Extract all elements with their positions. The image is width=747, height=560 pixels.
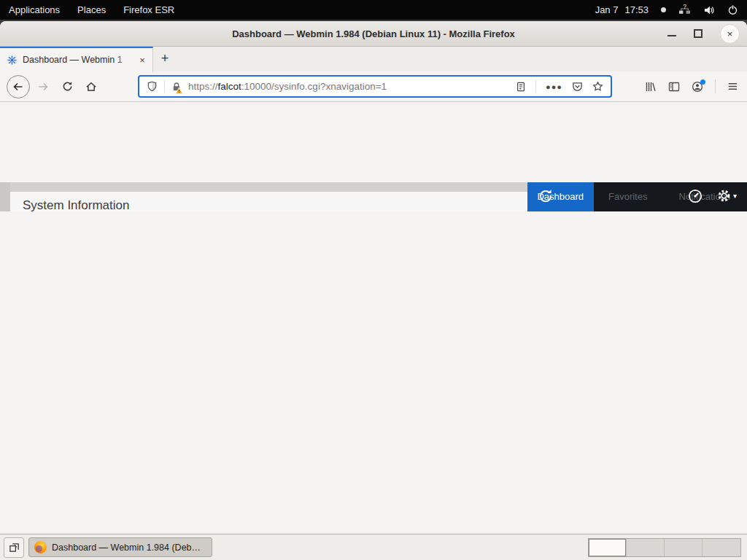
settings-menu-button[interactable]: ▾ (716, 188, 737, 203)
bookmark-star-icon[interactable] (592, 81, 603, 92)
workspace-4[interactable] (703, 539, 740, 556)
window-title: Dashboard — Webmin 1.984 (Debian Linux 1… (232, 28, 515, 39)
window-list-button[interactable] (4, 537, 24, 558)
firefox-window: Dashboard — Webmin 1.984 (Debian Linux 1… (0, 21, 747, 534)
url-text[interactable]: https://falcot:10000/sysinfo.cgi?xnaviga… (188, 81, 509, 92)
minimize-button[interactable] (667, 35, 676, 36)
back-button[interactable] (7, 75, 30, 98)
sidebars-icon[interactable] (668, 81, 680, 93)
desktop-screen: ApplicationsPlacesFirefox ESR Jan 7 17:5… (0, 0, 747, 560)
pocket-icon[interactable] (572, 81, 583, 92)
dot-indicator-icon (661, 7, 666, 12)
firefox-icon (34, 541, 47, 553)
svg-text:!: ! (178, 88, 179, 93)
menu-icon[interactable] (727, 81, 738, 92)
refresh-icon[interactable] (538, 188, 554, 204)
workspace-3[interactable] (665, 539, 703, 556)
network-icon[interactable]: ? (678, 4, 691, 16)
top-bar-status-area: Jan 7 17:53 ? (595, 4, 747, 16)
tab-bar: Dashboard — Webmin 1 × + (0, 47, 747, 71)
reader-mode-icon[interactable] (516, 82, 526, 92)
page-top-band (10, 182, 527, 192)
workspace-switcher (588, 538, 741, 557)
svg-text:?: ? (683, 4, 686, 10)
workspace-2[interactable] (627, 539, 665, 556)
volume-icon[interactable] (703, 4, 715, 16)
page-actions-icon[interactable]: ●●● (546, 82, 562, 91)
taskbar: Dashboard — Webmin 1.984 (Deb… (0, 534, 747, 560)
gnome-top-bar: ApplicationsPlacesFirefox ESR Jan 7 17:5… (0, 0, 747, 20)
navigation-toolbar: ! https://falcot:10000/sysinfo.cgi?xnavi… (0, 71, 747, 102)
url-bar[interactable]: ! https://falcot:10000/sysinfo.cgi?xnavi… (138, 75, 612, 98)
browser-tab[interactable]: Dashboard — Webmin 1 × (0, 47, 153, 71)
sidebar-footer: ▾ (527, 182, 747, 211)
power-icon[interactable] (727, 4, 738, 15)
gear-icon (716, 188, 732, 203)
forward-button[interactable] (32, 76, 54, 98)
taskbar-window-label: Dashboard — Webmin 1.984 (Deb… (52, 542, 201, 553)
home-button[interactable] (80, 76, 102, 98)
topbar-menu-applications[interactable]: Applications (0, 0, 69, 20)
chevron-down-icon: ▾ (733, 192, 737, 200)
windows-icon (9, 542, 20, 553)
topbar-menu-firefox-esr[interactable]: Firefox ESR (115, 0, 183, 20)
collapsed-nav-strip (0, 182, 10, 211)
close-window-button[interactable]: × (720, 24, 740, 44)
clock[interactable]: Jan 7 17:53 (595, 4, 649, 15)
clock-date: Jan 7 (595, 4, 619, 15)
lock-warning-icon[interactable]: ! (171, 82, 182, 92)
webmin-main-panel: System Information 47% CPU 29% REAL MEMO… (10, 182, 527, 211)
page-title: System Information (10, 192, 527, 211)
webmin-favicon-icon (7, 55, 18, 66)
workspace-1[interactable] (589, 539, 627, 556)
gauge-icon[interactable] (687, 188, 703, 204)
window-titlebar[interactable]: Dashboard — Webmin 1.984 (Debian Linux 1… (0, 21, 747, 47)
webmin-sidebar: DashboardFavoritesNotifications CPU load… (527, 182, 747, 211)
taskbar-window-button[interactable]: Dashboard — Webmin 1.984 (Deb… (28, 537, 212, 557)
top-bar-menus: ApplicationsPlacesFirefox ESR (0, 0, 183, 20)
account-icon[interactable] (692, 81, 703, 93)
reload-button[interactable] (56, 76, 78, 98)
library-icon[interactable] (645, 81, 657, 93)
new-tab-button[interactable]: + (153, 47, 177, 71)
maximize-button[interactable] (694, 29, 703, 38)
close-tab-icon[interactable]: × (136, 55, 149, 66)
topbar-menu-places[interactable]: Places (69, 0, 115, 20)
browser-viewport: System Information 47% CPU 29% REAL MEMO… (0, 182, 747, 211)
tab-title: Dashboard — Webmin 1 (23, 55, 131, 65)
tracking-shield-icon[interactable] (147, 81, 158, 92)
clock-time: 17:53 (624, 4, 649, 15)
